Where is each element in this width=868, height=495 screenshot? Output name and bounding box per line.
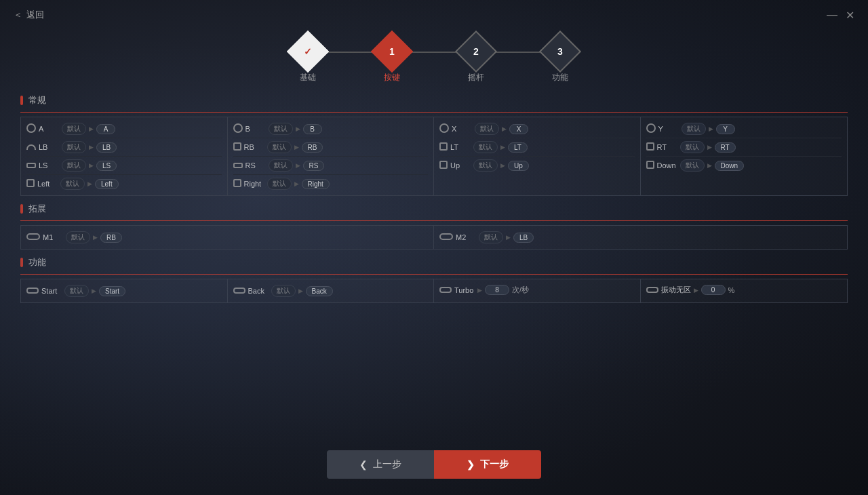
mapping-row-Right[interactable]: Right 默认 ▶ Right: [233, 175, 429, 193]
next-button[interactable]: ❯ 下一步: [434, 450, 541, 479]
Left-icon: [26, 179, 35, 189]
step-2: 2 摇杆: [461, 37, 491, 83]
mapping-row-LT[interactable]: LT 默认 ▶ LT: [439, 138, 635, 157]
regular-section-title: 常规: [20, 94, 848, 106]
step-0-symbol: ✓: [304, 46, 312, 57]
regular-grid: A 默认 ▶ A LB 默认 ▶ LB LS: [20, 117, 848, 196]
header: ＜ 返回 — ✕: [0, 0, 868, 30]
extended-section: 拓展 M1 默认 ▶ RB M2 默认: [20, 203, 848, 250]
mapping-row-RT[interactable]: RT 默认 ▶ RT: [646, 138, 842, 157]
step-0: ✓ 基础: [293, 37, 323, 83]
step-3-symbol: 3: [557, 46, 563, 57]
X-icon: [439, 123, 449, 134]
back-button[interactable]: ＜ 返回: [14, 9, 44, 21]
regular-section: 常规 A 默认 ▶ A LB 默认 ▶: [20, 94, 848, 196]
bottom-navigation: ❮ 上一步 ❯ 下一步: [327, 450, 541, 479]
function-col-back: Back 默认 ▶ Back: [228, 279, 435, 302]
function-col-turbo: Turbo ▶ 8 次/秒: [434, 279, 641, 302]
extended-grid: M1 默认 ▶ RB M2 默认 ▶ LB: [20, 225, 848, 250]
step-3: 3 功能: [545, 37, 575, 83]
next-arrow-icon: ❯: [467, 459, 475, 470]
function-section: 功能 Start 默认 ▶ Start: [20, 256, 848, 303]
mapping-row-RB[interactable]: RB 默认 ▶ RB: [233, 138, 429, 157]
mapping-row-X[interactable]: X 默认 ▶ X: [439, 120, 635, 138]
Turbo-icon: [439, 286, 452, 294]
extended-grid-cols: M1 默认 ▶ RB M2 默认 ▶ LB: [21, 226, 847, 249]
mapping-row-Up[interactable]: Up 默认 ▶ Up: [439, 157, 635, 174]
B-icon: [233, 123, 243, 134]
mapping-row-M2[interactable]: M2 默认 ▶ LB: [439, 229, 842, 246]
function-section-title: 功能: [20, 256, 848, 269]
vibration-icon: [646, 286, 658, 294]
mapping-row-LB[interactable]: LB 默认 ▶ LB: [26, 138, 222, 157]
mapping-row-Down[interactable]: Down 默认 ▶ Down: [646, 157, 842, 174]
regular-grid-cols: A 默认 ▶ A LB 默认 ▶ LB LS: [21, 117, 847, 195]
mapping-row-B[interactable]: B 默认 ▶ B: [233, 120, 429, 138]
step-connector-1: [407, 52, 461, 53]
LS-icon: [26, 163, 36, 168]
mapping-row-Left[interactable]: Left 默认 ▶ Left: [26, 175, 222, 193]
step-0-diamond: ✓: [287, 31, 329, 73]
Up-icon: [439, 161, 448, 170]
RB-icon: [233, 142, 241, 152]
Right-icon: [233, 179, 241, 189]
regular-separator: [20, 112, 848, 113]
step-0-label: 基础: [300, 72, 316, 83]
Down-icon: [646, 161, 654, 170]
Start-icon: [26, 287, 39, 295]
prev-arrow-icon: ❮: [359, 459, 368, 470]
step-connector-2: [491, 52, 545, 53]
function-col-vibration: 振动无区 ▶ 0 %: [641, 279, 848, 302]
mapping-row-Turbo[interactable]: Turbo ▶ 8 次/秒: [439, 282, 635, 298]
next-label: 下一步: [480, 458, 509, 471]
M1-icon: [26, 233, 40, 241]
prev-button[interactable]: ❮ 上一步: [327, 450, 434, 479]
step-2-label: 摇杆: [468, 72, 484, 83]
step-1-diamond: 1: [371, 31, 413, 73]
function-grid-cols: Start 默认 ▶ Start Back 默认 ▶ Back: [21, 279, 847, 302]
extended-section-title: 拓展: [20, 203, 848, 215]
RT-icon: [646, 142, 654, 152]
regular-col-3: X 默认 ▶ X LT 默认 ▶ LT Up: [434, 117, 641, 195]
step-3-label: 功能: [552, 72, 568, 83]
function-separator: [20, 274, 848, 275]
step-3-diamond: 3: [539, 31, 581, 73]
function-grid: Start 默认 ▶ Start Back 默认 ▶ Back: [20, 279, 848, 303]
mapping-row-Back[interactable]: Back 默认 ▶ Back: [233, 282, 429, 300]
mapping-row-vibration[interactable]: 振动无区 ▶ 0 %: [646, 282, 842, 298]
A-icon: [26, 123, 36, 134]
mapping-row-A[interactable]: A 默认 ▶ A: [26, 120, 222, 138]
Y-icon: [646, 123, 656, 134]
step-1-label: 按键: [384, 72, 400, 83]
Back-icon: [233, 287, 245, 295]
step-1-symbol: 1: [389, 46, 395, 57]
regular-col-2: B 默认 ▶ B RB 默认 ▶ RB RS: [228, 117, 435, 195]
LB-icon: [26, 143, 36, 151]
main-content: 常规 A 默认 ▶ A LB 默认 ▶: [0, 94, 868, 303]
mapping-row-Start[interactable]: Start 默认 ▶ Start: [26, 282, 222, 300]
step-2-symbol: 2: [473, 46, 479, 57]
prev-label: 上一步: [373, 458, 401, 471]
mapping-row-Y[interactable]: Y 默认 ▶ Y: [646, 120, 842, 138]
M2-icon: [439, 233, 453, 241]
step-1: 1 按键: [377, 37, 407, 83]
extended-col-1: M1 默认 ▶ RB: [21, 226, 434, 249]
stepper: ✓ 基础 1 按键 2 摇杆 3 功能: [0, 30, 868, 94]
mapping-row-M1[interactable]: M1 默认 ▶ RB: [26, 229, 428, 246]
back-label: 返回: [26, 9, 44, 21]
extended-col-2: M2 默认 ▶ LB: [434, 226, 847, 249]
extended-separator: [20, 220, 848, 221]
RS-icon: [233, 163, 243, 168]
regular-col-1: A 默认 ▶ A LB 默认 ▶ LB LS: [21, 117, 228, 195]
mapping-row-RS[interactable]: RS 默认 ▶ RS: [233, 157, 429, 175]
back-arrow-icon: ＜: [14, 9, 22, 21]
mapping-row-LS[interactable]: LS 默认 ▶ LS: [26, 157, 222, 175]
minimize-button[interactable]: —: [827, 9, 837, 21]
close-button[interactable]: ✕: [846, 9, 854, 22]
step-connector-0: [323, 52, 377, 53]
regular-col-4: Y 默认 ▶ Y RT 默认 ▶ RT Down: [641, 117, 848, 195]
function-col-start: Start 默认 ▶ Start: [21, 279, 228, 302]
step-2-diamond: 2: [455, 31, 497, 73]
LT-icon: [439, 142, 448, 152]
window-controls: — ✕: [827, 9, 854, 22]
